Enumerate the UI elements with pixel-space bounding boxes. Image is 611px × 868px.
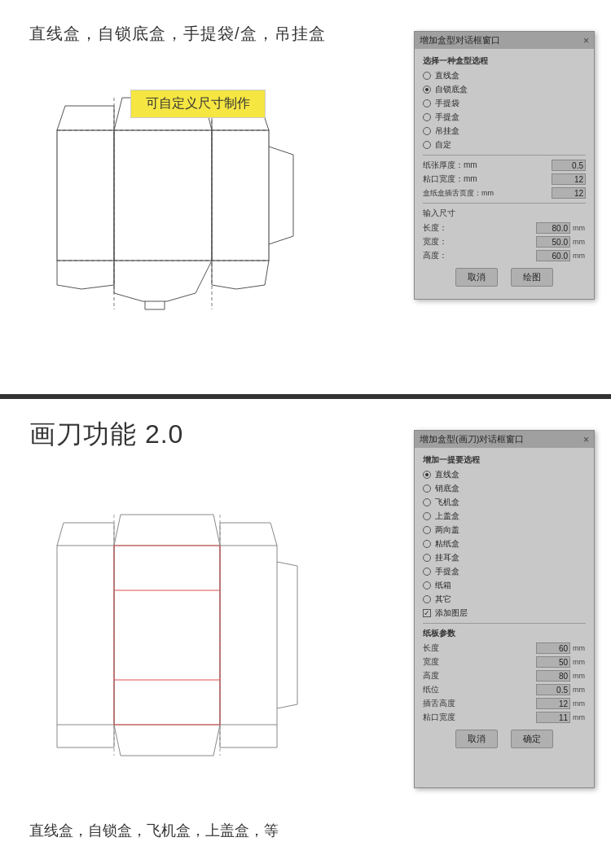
dialog-buttons-top: 取消 绘图 [423, 268, 586, 287]
dialog-titlebar-top: 增加盒型对话框窗口 × [415, 32, 594, 49]
input-paper-pos[interactable] [536, 684, 570, 695]
field-glue-width-b: 粘口宽度 mm [423, 712, 586, 723]
radio-zhixian-b[interactable]: 直线盒 [423, 469, 586, 480]
radio-zhanzhihezi[interactable]: 粘纸盒 [423, 538, 586, 550]
radio-zhixiang-circle [423, 581, 431, 590]
dialog-body-top: 选择一种盒型选程 直线盒 自锁底盒 手提袋 手提盒 吊挂盒 [415, 49, 594, 293]
dialog-close-bottom[interactable]: × [583, 434, 589, 445]
radio-shoutihezi-circle [423, 113, 431, 121]
radio-shanggaihezi[interactable]: 上盖盒 [423, 511, 586, 522]
cancel-button-bottom[interactable]: 取消 [455, 730, 498, 748]
radio-shoutidai-circle [423, 99, 431, 107]
svg-rect-9 [220, 546, 277, 725]
input-length-b[interactable] [536, 642, 570, 654]
dialog-title-bottom: 增加盒型(画刀)对话框窗口 [420, 433, 524, 445]
checkbox-add-layer[interactable]: 添加图层 [423, 607, 586, 619]
radio-shoutidai[interactable]: 手提袋 [423, 98, 586, 109]
svg-rect-7 [114, 546, 220, 725]
dialog-buttons-bottom: 取消 确定 [423, 730, 586, 748]
bottom-title: 画刀功能 2.0 [29, 417, 183, 453]
field-length-b: 长度 mm [423, 642, 586, 654]
dialog-section-title-top: 选择一种盒型选程 [423, 55, 586, 67]
ok-button-top[interactable]: 绘图 [511, 268, 553, 287]
radio-ziding[interactable]: 自定 [423, 139, 586, 151]
field-length: 长度： mm [423, 222, 586, 234]
input-insert-depth[interactable] [552, 187, 586, 199]
field-height-b: 高度 mm [423, 670, 586, 682]
radio-diaogua-circle [423, 127, 431, 135]
radio-guaerhezi[interactable]: 挂耳盒 [423, 552, 586, 563]
field-paper-pos: 纸位 mm [423, 684, 586, 695]
radio-shanggaihezi-circle [423, 512, 431, 520]
input-width-b[interactable] [536, 656, 570, 668]
yellow-label: 可自定义尺寸制作 [130, 90, 266, 118]
radio-guaerhezi-circle [423, 554, 431, 562]
radio-zhixian[interactable]: 直线盒 [423, 70, 586, 81]
top-section: 直线盒，自锁底盒，手提袋/盒，吊挂盒 可自定义尺寸制作 [0, 0, 611, 399]
field-width-b: 宽度 mm [423, 656, 586, 668]
dialog-close-top[interactable]: × [583, 35, 589, 46]
radio-lianggaigai[interactable]: 两向盖 [423, 524, 586, 536]
input-width[interactable] [536, 236, 570, 248]
field-width: 宽度： mm [423, 236, 586, 248]
dialog-top: 增加盒型对话框窗口 × 选择一种盒型选程 直线盒 自锁底盒 手提袋 手提盒 [414, 31, 595, 300]
field-paper-thickness: 纸张厚度：mm [423, 160, 586, 171]
radio-xiaodihezi[interactable]: 销底盒 [423, 483, 586, 494]
divider-b1 [423, 623, 586, 624]
checkbox-add-layer-box [423, 609, 431, 617]
size-section-title: 输入尺寸 [423, 208, 586, 219]
radio-zhixian-b-circle [423, 471, 431, 479]
input-glue-width[interactable] [552, 173, 586, 185]
radio-zhixiang[interactable]: 纸箱 [423, 580, 586, 591]
dialog-section-title-bottom: 增加一提要选程 [423, 454, 586, 466]
radio-feijihezi-circle [423, 498, 431, 506]
radio-zisuodi-circle [423, 85, 431, 94]
radio-lianggaigai-circle [423, 526, 431, 534]
dialog-body-bottom: 增加一提要选程 直线盒 销底盒 飞机盒 上盖盒 两向盖 [415, 448, 594, 755]
divider2 [423, 203, 586, 204]
dialog-titlebar-bottom: 增加盒型(画刀)对话框窗口 × [415, 431, 594, 448]
input-height-b[interactable] [536, 670, 570, 682]
radio-zhixian-circle [423, 72, 431, 80]
bottom-section: 画刀功能 2.0 直线盒，自锁盒，飞机盒，上盖盒，等 [0, 399, 611, 863]
divider1 [423, 155, 586, 156]
svg-rect-2 [212, 130, 269, 261]
radio-shoutihezi[interactable]: 手提盒 [423, 112, 586, 123]
radio-qita-circle [423, 595, 431, 603]
radio-diaogua[interactable]: 吊挂盒 [423, 125, 586, 137]
box-diagram-bottom [24, 464, 375, 855]
cancel-button-top[interactable]: 取消 [455, 268, 498, 287]
input-height[interactable] [536, 250, 570, 261]
field-insert-height: 插舌高度 mm [423, 698, 586, 709]
field-height: 高度： mm [423, 250, 586, 261]
params-title: 纸板参数 [423, 628, 586, 639]
radio-feijihezi[interactable]: 飞机盒 [423, 497, 586, 508]
input-length[interactable] [536, 222, 570, 234]
dialog-title-top: 增加盒型对话框窗口 [420, 34, 500, 46]
dialog-bottom: 增加盒型(画刀)对话框窗口 × 增加一提要选程 直线盒 销底盒 飞机盒 上盖盒 [414, 430, 595, 788]
svg-rect-0 [114, 130, 212, 261]
radio-zisuodi[interactable]: 自锁底盒 [423, 84, 586, 95]
field-insert-depth: 盒纸盒插舌页度：mm [423, 187, 586, 199]
radio-shoutihezi-b-circle [423, 568, 431, 576]
top-title: 直线盒，自锁底盒，手提袋/盒，吊挂盒 [29, 23, 326, 45]
input-glue-width-b[interactable] [536, 712, 570, 723]
input-paper-thickness[interactable] [552, 160, 586, 171]
ok-button-bottom[interactable]: 确定 [511, 730, 553, 748]
radio-xiaodihezi-circle [423, 484, 431, 493]
radio-qita[interactable]: 其它 [423, 594, 586, 605]
radio-shoutihezi-b[interactable]: 手提盒 [423, 566, 586, 577]
svg-rect-8 [57, 546, 114, 725]
input-insert-height[interactable] [536, 698, 570, 709]
radio-zhanzhihezi-circle [423, 540, 431, 548]
field-glue-width: 粘口宽度：mm [423, 173, 586, 185]
svg-rect-1 [57, 130, 114, 261]
radio-ziding-circle [423, 141, 431, 149]
